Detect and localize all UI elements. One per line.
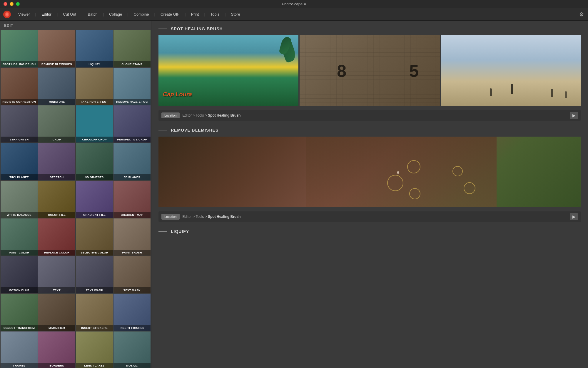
menu-item-collage[interactable]: Collage — [106, 11, 126, 18]
tool-object-transform[interactable]: OBJECT TRANSFORM — [1, 294, 38, 331]
menu-item-viewer[interactable]: Viewer — [15, 11, 34, 18]
right-panel: SPOT HEALING BRUSH Cap Loura 8 5 — [151, 21, 588, 368]
minimize-button[interactable] — [10, 2, 14, 6]
tool-label-circular-crop: CIRCULAR CROP — [76, 137, 113, 142]
tool-label-insert-figures: INSERT FIGURES — [113, 325, 151, 331]
tool-magnifier[interactable]: MAGNIFIER — [38, 294, 75, 331]
tool-gradient-fill[interactable]: GRADIENT FILL — [76, 181, 113, 218]
tool-label-3d-planes: 3D PLANES — [113, 174, 151, 180]
location-button-1[interactable]: Location — [161, 112, 180, 118]
menu-item-editor[interactable]: Editor — [38, 11, 55, 18]
tool-remove-blemishes[interactable]: REMOVE BLEMISHES — [38, 30, 75, 67]
play-button-2[interactable]: ▶ — [570, 213, 578, 220]
tool-label-text-mask: TEXT MASK — [113, 287, 151, 293]
tool-white-balance[interactable]: WHITE BALANCE — [1, 181, 38, 218]
tool-label-remove-blemishes: REMOVE BLEMISHES — [38, 61, 75, 67]
svg-point-2 — [6, 13, 8, 16]
tool-straighten[interactable]: STRAIGHTEN — [1, 105, 38, 142]
tool-label-lens-flares: LENS FLARES — [76, 363, 113, 368]
tool-label-crop: CROP — [38, 137, 75, 142]
section-line-2 — [158, 130, 167, 130]
tool-label-point-color: POINT COLOR — [1, 250, 38, 256]
tool-label-gradient-map: GRADIENT MAP — [113, 212, 151, 218]
tool-label-motion-blur: MOTION BLUR — [1, 287, 38, 293]
tool-3d-objects[interactable]: 3D OBJECTS — [76, 143, 113, 180]
title-bar: PhotoScape X — [0, 0, 588, 8]
tool-clone-stamp[interactable]: CLONE STAMP — [113, 30, 151, 67]
tool-label-borders: BORDERS — [38, 363, 75, 368]
tool-miniature[interactable]: MINIATURE — [38, 68, 75, 105]
location-bar-2: Location Editor > Tools > Spot Healing B… — [158, 211, 581, 222]
tool-insert-figures[interactable]: INSERT FIGURES — [113, 294, 151, 331]
tool-label-insert-stickers: INSERT STICKERS — [76, 325, 113, 331]
menu-item-create-gif[interactable]: Create GIF — [157, 11, 183, 18]
tool-motion-blur[interactable]: MOTION BLUR — [1, 256, 38, 293]
tool-gradient-map[interactable]: GRADIENT MAP — [113, 181, 151, 218]
menu-item-cutout[interactable]: Cut Out — [59, 11, 80, 18]
edit-header: EDIT — [0, 21, 151, 30]
preview-images-spot-healing: Cap Loura 8 5 — [158, 35, 581, 106]
tool-label-liquify: LIQUIFY — [76, 61, 113, 67]
tool-stretch[interactable]: STRETCH — [38, 143, 75, 180]
location-button-2[interactable]: Location — [161, 214, 180, 220]
menu-item-combine[interactable]: Combine — [130, 11, 153, 18]
tool-label-magnifier: MAGNIFIER — [38, 325, 75, 331]
tool-label-text: TEXT — [38, 287, 75, 293]
traffic-lights — [4, 2, 20, 6]
tool-fake-hdr-effect[interactable]: FAKE HDR EFFECT — [76, 68, 113, 105]
tool-label-mosaic: MOSAIC — [113, 363, 151, 368]
tool-insert-stickers[interactable]: INSERT STICKERS — [76, 294, 113, 331]
main-layout: EDIT SPOT HEALING BRUSHREMOVE BLEMISHESL… — [0, 21, 588, 368]
preview-tropical: Cap Loura — [158, 35, 298, 106]
tool-label-remove-haze-fog: REMOVE HAZE & FOG — [113, 99, 151, 105]
tool-remove-haze-fog[interactable]: REMOVE HAZE & FOG — [113, 68, 151, 105]
tool-label-clone-stamp: CLONE STAMP — [113, 61, 151, 67]
tool-label-straighten: STRAIGHTEN — [1, 137, 38, 142]
tool-circular-crop[interactable]: CIRCULAR CROP — [76, 105, 113, 142]
settings-icon[interactable]: ⚙ — [578, 10, 585, 19]
menu-item-print[interactable]: Print — [188, 11, 203, 18]
menu-item-batch[interactable]: Batch — [84, 11, 101, 18]
tool-text-warp[interactable]: TEXT WARP — [76, 256, 113, 293]
location-highlight-1: Spot Healing Brush — [208, 113, 240, 117]
tool-color-fill[interactable]: COLOR FILL — [38, 181, 75, 218]
tool-tiny-planet[interactable]: TINY PLANET — [1, 143, 38, 180]
tool-spot-healing-brush[interactable]: SPOT HEALING BRUSH — [1, 30, 38, 67]
tool-label-fake-hdr-effect: FAKE HDR EFFECT — [76, 99, 113, 105]
menu-item-store[interactable]: Store — [228, 11, 244, 18]
tool-frames[interactable]: FRAMES — [1, 331, 38, 368]
close-button[interactable] — [4, 2, 7, 6]
preview-portrait — [158, 137, 581, 207]
menu-bar: Viewer | Editor | Cut Out | Batch | Coll… — [0, 8, 588, 21]
tool-label-stretch: STRETCH — [38, 174, 75, 180]
tool-label-text-warp: TEXT WARP — [76, 287, 113, 293]
tool-replace-color[interactable]: REPLACE COLOR — [38, 218, 75, 256]
menu-item-tools[interactable]: Tools — [207, 11, 223, 18]
tool-liquify[interactable]: LIQUIFY — [76, 30, 113, 67]
tool-label-miniature: MINIATURE — [38, 99, 75, 105]
tool-red-eye-correction[interactable]: RED EYE CORRECTION — [1, 68, 38, 105]
tool-label-color-fill: COLOR FILL — [38, 212, 75, 218]
tool-3d-planes[interactable]: 3D PLANES — [113, 143, 151, 180]
tool-paint-brush[interactable]: PAINT BRUSH — [113, 218, 151, 256]
location-path-1: Editor > Tools > Spot Healing Brush — [183, 113, 241, 117]
maximize-button[interactable] — [16, 2, 20, 6]
tool-text[interactable]: TEXT — [38, 256, 75, 293]
tool-crop[interactable]: CROP — [38, 105, 75, 142]
preview-images-remove-blemishes — [158, 137, 581, 207]
left-panel: EDIT SPOT HEALING BRUSHREMOVE BLEMISHESL… — [0, 21, 151, 368]
tool-text-mask[interactable]: TEXT MASK — [113, 256, 151, 293]
section-remove-blemishes: REMOVE BLEMISHES — [158, 128, 581, 132]
tool-borders[interactable]: BORDERS — [38, 331, 75, 368]
tool-selective-color[interactable]: SELECTIVE COLOR — [76, 218, 113, 256]
tool-label-perspective-crop: PERSPECTIVE CROP — [113, 137, 151, 142]
tool-mosaic[interactable]: MOSAIC — [113, 331, 151, 368]
tool-point-color[interactable]: POINT COLOR — [1, 218, 38, 256]
tool-label-spot-healing-brush: SPOT HEALING BRUSH — [1, 61, 38, 67]
tool-label-white-balance: WHITE BALANCE — [1, 212, 38, 218]
tool-perspective-crop[interactable]: PERSPECTIVE CROP — [113, 105, 151, 142]
tools-grid: SPOT HEALING BRUSHREMOVE BLEMISHESLIQUIF… — [0, 30, 151, 368]
play-button-1[interactable]: ▶ — [570, 112, 578, 119]
section-liquify: LIQUIFY — [158, 229, 581, 234]
tool-lens-flares[interactable]: LENS FLARES — [76, 331, 113, 368]
